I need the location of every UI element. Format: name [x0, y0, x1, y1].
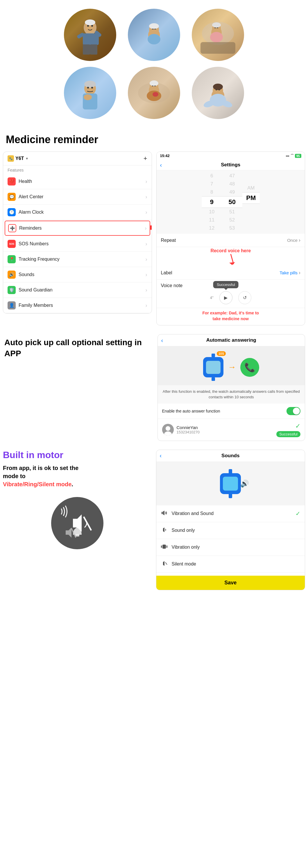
ampm-picker[interactable]: AM PM -- --	[242, 184, 260, 220]
replay-button[interactable]: ↺	[238, 291, 251, 304]
menu-item-sounds[interactable]: 🔊 Sounds	[3, 267, 152, 282]
svg-point-29	[91, 87, 93, 89]
watch-top-band	[229, 469, 232, 473]
watch-band-top	[212, 353, 215, 357]
hour-7[interactable]: 7	[202, 180, 222, 188]
sound-wave-icon: 🔊	[240, 479, 249, 488]
sounds-back-button[interactable]: ‹	[160, 452, 162, 459]
hour-8[interactable]: 8	[202, 188, 222, 196]
motor-circle	[51, 497, 104, 549]
menu-item-health[interactable]: ❤️ Health	[3, 174, 152, 189]
silent-mode-label: Silent mode	[172, 561, 301, 567]
auto-back-button[interactable]: ‹	[161, 337, 163, 344]
call-icon: 📞	[240, 358, 259, 377]
repeat-value: Once	[287, 237, 301, 243]
sounds-watch-icon: 🔊	[220, 469, 241, 498]
brand-logo[interactable]: 🐾 Y6T ▼	[7, 155, 28, 162]
min-48[interactable]: 48	[222, 180, 242, 188]
record-voice-annotation: Record voice here	[157, 247, 305, 253]
alert-chevron	[146, 194, 147, 200]
circles-row-1	[6, 9, 302, 61]
signal-icon: ▪▪▪	[286, 154, 289, 158]
vibration-and-sound-option[interactable]: Vibration and Sound ✓	[156, 505, 305, 522]
svg-rect-23	[200, 42, 235, 54]
motor-heading: Built in motor	[3, 450, 152, 460]
hour-9[interactable]: 9	[202, 196, 222, 208]
sos-icon: SOS	[7, 240, 16, 248]
sounds-chevron	[146, 272, 147, 278]
motor-description: From app, it is ok to set the mode to Vi…	[3, 464, 152, 488]
min-50[interactable]: 50	[222, 196, 242, 208]
auto-description: After this function is enabled, the watc…	[158, 385, 305, 403]
brand-dropdown[interactable]: ▼	[25, 157, 28, 160]
svg-rect-59	[162, 545, 166, 549]
svg-point-40	[213, 84, 223, 90]
toggle-knob	[293, 408, 300, 414]
svg-point-50	[166, 426, 170, 431]
sound-only-option[interactable]: Sound only	[156, 522, 305, 539]
label-row[interactable]: Label Take pills	[157, 266, 305, 280]
save-button[interactable]: Save	[156, 576, 305, 590]
min-51[interactable]: 51	[222, 208, 242, 216]
min-47[interactable]: 47	[222, 172, 242, 180]
contact-phone: 15323410270	[177, 430, 274, 434]
menu-item-alarm[interactable]: 🕐 Alarm Clock	[3, 205, 152, 220]
menu-item-guardian[interactable]: 🛡️ Sound Guardian	[3, 282, 152, 298]
reminders-wrapper: ➕ Reminders	[3, 221, 152, 236]
repeat-row[interactable]: Repeat Once	[157, 234, 305, 247]
circle-image-4	[64, 67, 116, 119]
play-button[interactable]: ▶	[219, 291, 232, 304]
toggle-switch[interactable]	[286, 407, 301, 415]
checkmark-icon: ✓	[295, 423, 301, 430]
hour-picker[interactable]: 6 7 8 9 10 11 12	[202, 172, 222, 232]
vibration-only-option[interactable]: Vibration only	[156, 539, 305, 556]
hour-6[interactable]: 6	[202, 172, 222, 180]
minute-picker[interactable]: 47 48 49 50 51 52 53	[222, 172, 242, 232]
silent-mode-option[interactable]: Silent mode	[156, 556, 305, 573]
status-time: 15:42	[160, 154, 170, 158]
circle-image-5	[128, 67, 180, 119]
motor-sounds-section: Built in motor From app, it is ok to set…	[0, 450, 308, 599]
reminder-chevron	[145, 225, 147, 231]
repeat-label: Repeat	[161, 238, 176, 243]
watch-bottom-band	[229, 494, 232, 498]
auto-toggle-row: Enable the auto answer function	[158, 404, 305, 419]
am-option[interactable]: AM	[242, 184, 260, 192]
voice-controls: 4'' Successful ▶ ↺	[161, 291, 301, 304]
menu-item-alert[interactable]: 💬 Alert Center	[3, 189, 152, 205]
min-49[interactable]: 49	[222, 188, 242, 196]
menu-item-reminders[interactable]: ➕ Reminders	[5, 221, 150, 236]
menu-item-family[interactable]: 👤 Family Members	[3, 298, 152, 313]
add-button[interactable]: +	[143, 155, 147, 162]
hour-12[interactable]: 12	[202, 224, 222, 232]
hour-10[interactable]: 10	[202, 208, 222, 216]
time-picker[interactable]: 6 7 8 9 10 11 12 47 48 49 50 51 52 53 AM…	[157, 170, 305, 234]
svg-marker-48	[229, 262, 235, 265]
voice-tooltip: Successful	[213, 281, 239, 288]
auto-answer-section: Auto pick up call optional setting in AP…	[0, 334, 308, 450]
min-53[interactable]: 53	[222, 224, 242, 232]
menu-item-sos[interactable]: SOS SOS Numbers	[3, 236, 152, 252]
min-52[interactable]: 52	[222, 216, 242, 224]
sound-only-label: Sound only	[172, 528, 301, 533]
hour-11[interactable]: 11	[202, 216, 222, 224]
back-button[interactable]: ‹	[160, 162, 162, 168]
brand-name: Y6T	[16, 156, 24, 161]
sounds-label: Sounds	[19, 272, 146, 277]
guardian-label: Sound Guardian	[19, 287, 146, 292]
wifi-icon: ⌒	[290, 154, 294, 158]
circle-image-6	[192, 67, 244, 119]
toggle-label: Enable the auto answer function	[162, 409, 287, 413]
svg-point-35	[152, 92, 158, 97]
menu-item-tracking[interactable]: 📍 Tracking Frequency	[3, 252, 152, 267]
sounds-watch-screen	[223, 477, 238, 491]
settings-title: Settings	[221, 162, 240, 168]
motor-icon-area	[3, 497, 152, 549]
pm-option[interactable]: PM	[242, 192, 260, 204]
svg-rect-1	[83, 33, 99, 45]
svg-rect-56	[162, 512, 163, 514]
svg-point-8	[91, 25, 93, 27]
watch-screen	[206, 361, 221, 374]
alarm-chevron	[146, 209, 147, 215]
svg-rect-2	[83, 44, 90, 55]
